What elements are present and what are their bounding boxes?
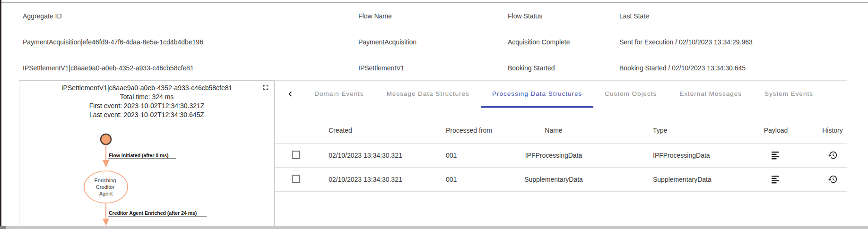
cell-flow-name: IPSettlementV1 — [355, 64, 504, 72]
flow-diagram-panel: IPSettlementV1|c8aae9a0-a0eb-4352-a933-c… — [19, 80, 275, 229]
cell-flow-name: PaymentAcquisition — [355, 38, 504, 46]
detail-tabs: Domain Events Message Data Structures Pr… — [303, 81, 868, 108]
arrow-down-icon — [103, 219, 109, 226]
cell-aggregate-id: IPSettlementV1|c8aae9a0-a0eb-4352-a933-c… — [19, 64, 355, 72]
flow-monitor-screen: Aggregate ID Flow Name Flow Status Last … — [0, 0, 868, 229]
history-icon[interactable] — [827, 174, 838, 185]
history-icon[interactable] — [827, 150, 838, 161]
tab-system-events[interactable]: System Events — [753, 81, 825, 108]
tab-custom-objects[interactable]: Custom Objects — [593, 81, 668, 108]
diagram-edge-label: Flow Initiated (after 0 ms) — [109, 153, 169, 158]
column-header-created: Created — [317, 127, 430, 134]
flow-diagram: Flow Initiated (after 0 ms) Enriching Cr… — [19, 133, 274, 229]
table-row[interactable]: IPSettlementV1|c8aae9a0-a0eb-4352-a933-c… — [19, 55, 847, 81]
cell-created: 02/10/2023 13:34:30.321 — [317, 152, 430, 159]
column-header-last-state: Last State — [616, 12, 847, 20]
horizontal-scrollbar[interactable] — [0, 226, 868, 229]
column-header-payload: Payload — [747, 127, 804, 134]
detail-tabbar: Domain Events Message Data Structures Pr… — [275, 81, 868, 108]
tab-external-messages[interactable]: External Messages — [668, 81, 753, 108]
cell-aggregate-id: PaymentAcquisition|efe46fd9-47f6-4daa-8e… — [19, 38, 355, 46]
cell-flow-status: Acquisition Complete — [504, 38, 616, 46]
processing-data-table: Created Processed from Name Type Payload… — [275, 117, 847, 192]
flows-table: Aggregate ID Flow Name Flow Status Last … — [19, 3, 847, 81]
diagram-total-time: Total time: 324 ms — [19, 93, 274, 102]
payload-icon[interactable] — [771, 174, 781, 185]
table-row[interactable]: 02/10/2023 13:34:30.321 001 Supplementar… — [275, 168, 847, 192]
arrow-down-icon — [103, 160, 109, 168]
detail-panel: Domain Events Message Data Structures Pr… — [275, 81, 868, 229]
scrollbar-thumb[interactable] — [0, 226, 6, 229]
table-row[interactable]: 02/10/2023 13:34:30.321 001 IPFProcessin… — [275, 144, 847, 168]
diagram-summary: IPSettlementV1|c8aae9a0-a0eb-4352-a933-c… — [19, 84, 274, 119]
cell-processed-from: 001 — [430, 152, 497, 159]
row-checkbox[interactable] — [292, 175, 300, 183]
window-left-edge — [0, 0, 1, 229]
cell-name: SupplementaryData — [497, 176, 610, 183]
column-header-flow-name: Flow Name — [355, 12, 504, 20]
cell-flow-status: Booking Started — [504, 64, 616, 72]
cell-processed-from: 001 — [430, 176, 497, 183]
diagram-edge-label: Creditor Agent Enriched (after 24 ms) — [109, 210, 197, 216]
column-header-history: History — [804, 127, 861, 134]
cell-type: SupplementaryData — [610, 176, 747, 183]
column-header-name: Name — [497, 127, 610, 134]
diagram-start-node[interactable] — [101, 134, 111, 144]
tab-processing-data-structures[interactable]: Processing Data Structures — [481, 81, 593, 108]
collapse-chevron-icon[interactable] — [285, 89, 296, 100]
column-header-processed-from: Processed from — [430, 127, 497, 134]
column-header-flow-status: Flow Status — [504, 12, 616, 20]
diagram-last-event: Last event: 2023-10-02T12:34:30.645Z — [19, 110, 274, 119]
cell-type: IPFProcessingData — [610, 152, 747, 159]
payload-icon[interactable] — [771, 150, 781, 161]
column-header-aggregate-id: Aggregate ID — [19, 12, 355, 20]
flows-table-header: Aggregate ID Flow Name Flow Status Last … — [19, 3, 847, 29]
details-table-header: Created Processed from Name Type Payload… — [275, 117, 847, 144]
cell-last-state: Booking Started / 02/10/2023 13:34:30.64… — [616, 64, 847, 72]
tab-domain-events[interactable]: Domain Events — [303, 81, 375, 108]
diagram-first-event: First event: 2023-10-02T12:34:30.321Z — [19, 102, 274, 110]
table-row[interactable]: PaymentAcquisition|efe46fd9-47f6-4daa-8e… — [19, 29, 847, 55]
cell-last-state: Sent for Execution / 02/10/2023 13:34:29… — [616, 38, 847, 46]
cell-created: 02/10/2023 13:34:30.321 — [317, 176, 430, 183]
diagram-title: IPSettlementV1|c8aae9a0-a0eb-4352-a933-c… — [19, 84, 274, 93]
cell-name: IPFProcessingData — [497, 152, 610, 159]
row-checkbox[interactable] — [292, 151, 300, 159]
column-header-type: Type — [610, 127, 747, 134]
tab-message-data-structures[interactable]: Message Data Structures — [375, 81, 481, 108]
